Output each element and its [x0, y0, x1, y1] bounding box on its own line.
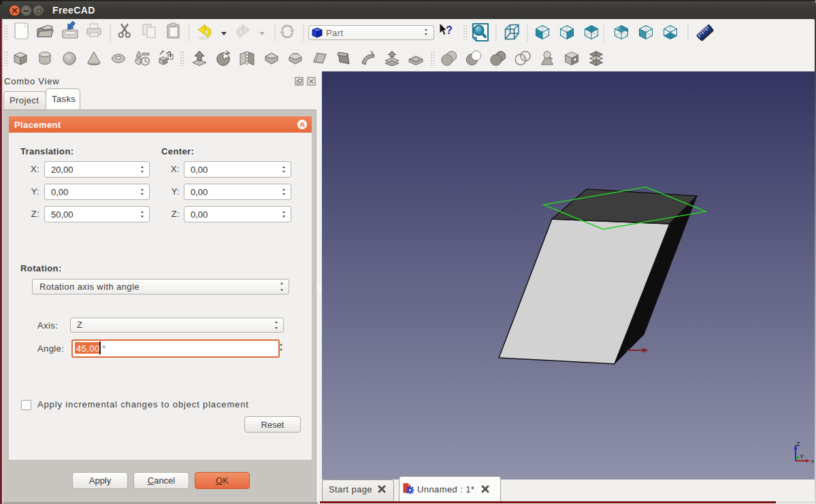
svg-text:X: X — [811, 458, 815, 465]
svg-text:Z: Z — [796, 441, 800, 448]
svg-text:Y: Y — [800, 453, 804, 460]
svg-text:?: ? — [446, 24, 453, 36]
